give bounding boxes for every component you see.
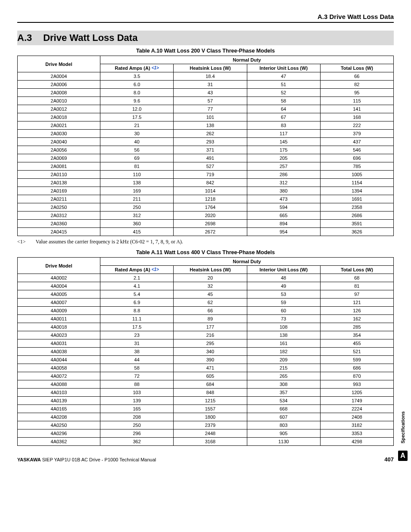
cell-heatsink: 848 (174, 389, 247, 397)
cell-total: 162 (320, 315, 393, 323)
side-badge: A (398, 451, 408, 461)
cell-interior: 357 (247, 389, 320, 397)
cell-rated: 72 (100, 372, 174, 380)
cell-model: 2A0030 (18, 130, 100, 138)
cell-rated: 362 (100, 438, 174, 446)
cell-total: 379 (320, 130, 393, 138)
cell-total: 599 (320, 356, 393, 364)
col-header-model: Drive Model (18, 258, 100, 274)
cell-model: 4A0005 (18, 290, 100, 299)
table-row: 2A004040293145437 (18, 138, 394, 146)
cell-interior: 380 (247, 187, 320, 195)
cell-heatsink: 390 (174, 356, 247, 364)
footer-text: SIEP YAIP1U 01B AC Drive - P1000 Technic… (41, 457, 156, 462)
cell-heatsink: 2020 (174, 212, 247, 220)
cell-rated: 12.0 (100, 105, 174, 113)
table-row: 4A001817.5177108285 (18, 323, 394, 331)
cell-model: 2A0040 (18, 138, 100, 146)
cell-model: 4A0023 (18, 331, 100, 339)
table-row: 4A00098.86660126 (18, 307, 394, 315)
table-row: 4A016516515576682224 (18, 405, 394, 413)
cell-heatsink: 101 (174, 113, 247, 121)
cell-interior: 1130 (247, 438, 320, 446)
cell-rated: 38 (100, 348, 174, 356)
table-row: 4A002323216138354 (18, 331, 394, 339)
table-row: 4A001111.18973162 (18, 315, 394, 323)
table-row: 4A007272605265870 (18, 372, 394, 380)
cell-total: 1205 (320, 389, 393, 397)
table-row: 2A003030262117379 (18, 130, 394, 138)
cell-heatsink: 2379 (174, 421, 247, 429)
cell-heatsink: 2698 (174, 220, 247, 228)
cell-total: 115 (320, 97, 393, 105)
table-row: 4A020820818006072408 (18, 413, 394, 421)
footnote-1: <1> Value assumes the carrier frequency … (17, 239, 394, 245)
cell-model: 4A0058 (18, 364, 100, 372)
cell-model: 4A0088 (18, 380, 100, 389)
table-row: 4A00044.1324981 (18, 282, 394, 290)
cell-interior: 607 (247, 413, 320, 421)
cell-heatsink: 1557 (174, 405, 247, 413)
cell-interior: 215 (247, 364, 320, 372)
col-group-header: Normal Duty (100, 258, 394, 266)
cell-rated: 169 (100, 187, 174, 195)
cell-interior: 58 (247, 97, 320, 105)
cell-rated: 165 (100, 405, 174, 413)
cell-rated: 9.6 (100, 97, 174, 105)
cell-model: 4A0038 (18, 348, 100, 356)
cell-model: 4A0002 (18, 274, 100, 282)
cell-model: 4A0165 (18, 405, 100, 413)
cell-model: 2A0008 (18, 89, 100, 97)
cell-rated: 40 (100, 138, 174, 146)
cell-interior: 83 (247, 121, 320, 130)
cell-model: 4A0009 (18, 307, 100, 315)
cell-heatsink: 62 (174, 299, 247, 307)
cell-rated: 69 (100, 154, 174, 162)
cell-heatsink: 684 (174, 380, 247, 389)
table-row: 4A003838340182521 (18, 348, 394, 356)
table-row: 4A01031038483571205 (18, 389, 394, 397)
cell-interior: 265 (247, 372, 320, 380)
cell-heatsink: 216 (174, 331, 247, 339)
table-row: 4A029629624489053353 (18, 429, 394, 438)
cell-model: 2A0004 (18, 72, 100, 81)
cell-rated: 81 (100, 162, 174, 171)
cell-rated: 312 (100, 212, 174, 220)
cell-model: 2A0056 (18, 146, 100, 154)
cell-heatsink: 43 (174, 89, 247, 97)
cell-rated: 21 (100, 121, 174, 130)
cell-rated: 58 (100, 364, 174, 372)
cell-rated: 23 (100, 331, 174, 339)
table-row: 2A041541526729543626 (18, 228, 394, 236)
table-row: 2A00109.65758115 (18, 97, 394, 105)
cell-heatsink: 77 (174, 105, 247, 113)
cell-rated: 6.0 (100, 81, 174, 89)
cell-heatsink: 471 (174, 364, 247, 372)
cell-interior: 209 (247, 356, 320, 364)
cell-heatsink: 3168 (174, 438, 247, 446)
cell-total: 1005 (320, 171, 393, 179)
cell-total: 354 (320, 331, 393, 339)
cell-rated: 5.4 (100, 290, 174, 299)
cell-total: 696 (320, 154, 393, 162)
cell-total: 3626 (320, 228, 393, 236)
page-footer: YASKAWA SIEP YAIP1U 01B AC Drive - P1000… (17, 456, 394, 463)
cell-interior: 473 (247, 195, 320, 203)
col-header-total: Total Loss (W) (320, 266, 393, 274)
cell-rated: 8.8 (100, 307, 174, 315)
cell-interior: 108 (247, 323, 320, 331)
table-row: 2A00088.0435295 (18, 89, 394, 97)
cell-rated: 17.5 (100, 113, 174, 121)
cell-interior: 665 (247, 212, 320, 220)
cell-model: 4A0004 (18, 282, 100, 290)
cell-model: 2A0211 (18, 195, 100, 203)
table-row: 4A025025023798033182 (18, 421, 394, 429)
cell-heatsink: 1764 (174, 203, 247, 212)
col-header-total: Total Loss (W) (320, 64, 393, 72)
cell-rated: 110 (100, 171, 174, 179)
cell-rated: 250 (100, 421, 174, 429)
col-header-heatsink: Heatsink Loss (W) (174, 266, 247, 274)
cell-rated: 103 (100, 389, 174, 397)
table-a10: Drive Model Normal Duty Rated Amps (A) <… (17, 56, 394, 236)
cell-rated: 3.5 (100, 72, 174, 81)
